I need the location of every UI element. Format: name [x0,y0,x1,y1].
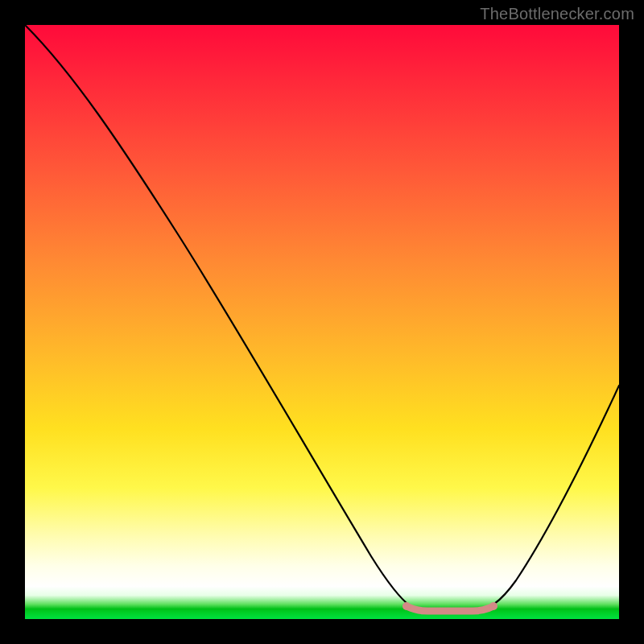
attribution-text: TheBottlenecker.com [480,5,634,23]
bottleneck-curve-svg [25,25,619,619]
plot-area [25,25,619,619]
optimal-range-marker [407,606,493,611]
bottleneck-curve [25,25,619,610]
optimal-range-end-dot [489,602,497,610]
optimal-range-start-dot [402,602,411,610]
chart-frame: TheBottlenecker.com [0,0,644,644]
